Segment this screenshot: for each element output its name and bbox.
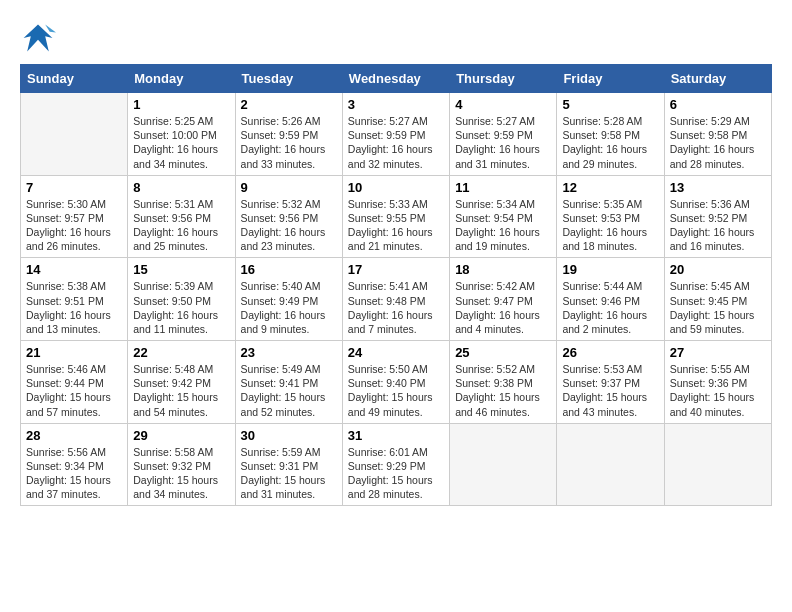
day-number: 13: [670, 180, 766, 195]
calendar-week-row: 14Sunrise: 5:38 AM Sunset: 9:51 PM Dayli…: [21, 258, 772, 341]
day-number: 31: [348, 428, 444, 443]
day-detail: Sunrise: 5:42 AM Sunset: 9:47 PM Dayligh…: [455, 279, 551, 336]
day-number: 17: [348, 262, 444, 277]
calendar-cell: 17Sunrise: 5:41 AM Sunset: 9:48 PM Dayli…: [342, 258, 449, 341]
day-number: 23: [241, 345, 337, 360]
day-detail: Sunrise: 5:44 AM Sunset: 9:46 PM Dayligh…: [562, 279, 658, 336]
day-detail: Sunrise: 5:27 AM Sunset: 9:59 PM Dayligh…: [455, 114, 551, 171]
calendar-cell: 16Sunrise: 5:40 AM Sunset: 9:49 PM Dayli…: [235, 258, 342, 341]
day-detail: Sunrise: 5:56 AM Sunset: 9:34 PM Dayligh…: [26, 445, 122, 502]
day-detail: Sunrise: 5:35 AM Sunset: 9:53 PM Dayligh…: [562, 197, 658, 254]
day-number: 15: [133, 262, 229, 277]
calendar-cell: 28Sunrise: 5:56 AM Sunset: 9:34 PM Dayli…: [21, 423, 128, 506]
day-detail: Sunrise: 5:36 AM Sunset: 9:52 PM Dayligh…: [670, 197, 766, 254]
calendar-cell: 24Sunrise: 5:50 AM Sunset: 9:40 PM Dayli…: [342, 341, 449, 424]
calendar-cell: 23Sunrise: 5:49 AM Sunset: 9:41 PM Dayli…: [235, 341, 342, 424]
day-detail: Sunrise: 5:26 AM Sunset: 9:59 PM Dayligh…: [241, 114, 337, 171]
logo-icon: [20, 20, 56, 56]
day-number: 20: [670, 262, 766, 277]
day-number: 3: [348, 97, 444, 112]
day-detail: Sunrise: 5:49 AM Sunset: 9:41 PM Dayligh…: [241, 362, 337, 419]
calendar-cell: 20Sunrise: 5:45 AM Sunset: 9:45 PM Dayli…: [664, 258, 771, 341]
day-number: 11: [455, 180, 551, 195]
day-detail: Sunrise: 5:38 AM Sunset: 9:51 PM Dayligh…: [26, 279, 122, 336]
page-header: [20, 20, 772, 56]
day-detail: Sunrise: 5:33 AM Sunset: 9:55 PM Dayligh…: [348, 197, 444, 254]
calendar-cell: 31Sunrise: 6:01 AM Sunset: 9:29 PM Dayli…: [342, 423, 449, 506]
calendar-cell: 12Sunrise: 5:35 AM Sunset: 9:53 PM Dayli…: [557, 175, 664, 258]
day-detail: Sunrise: 6:01 AM Sunset: 9:29 PM Dayligh…: [348, 445, 444, 502]
calendar-header-row: SundayMondayTuesdayWednesdayThursdayFrid…: [21, 65, 772, 93]
calendar-cell: 30Sunrise: 5:59 AM Sunset: 9:31 PM Dayli…: [235, 423, 342, 506]
calendar-cell: 3Sunrise: 5:27 AM Sunset: 9:59 PM Daylig…: [342, 93, 449, 176]
calendar-cell: 7Sunrise: 5:30 AM Sunset: 9:57 PM Daylig…: [21, 175, 128, 258]
day-detail: Sunrise: 5:27 AM Sunset: 9:59 PM Dayligh…: [348, 114, 444, 171]
day-number: 2: [241, 97, 337, 112]
calendar-cell: 11Sunrise: 5:34 AM Sunset: 9:54 PM Dayli…: [450, 175, 557, 258]
day-number: 22: [133, 345, 229, 360]
day-detail: Sunrise: 5:52 AM Sunset: 9:38 PM Dayligh…: [455, 362, 551, 419]
day-number: 26: [562, 345, 658, 360]
calendar-cell: 15Sunrise: 5:39 AM Sunset: 9:50 PM Dayli…: [128, 258, 235, 341]
weekday-header-wednesday: Wednesday: [342, 65, 449, 93]
calendar-cell: 25Sunrise: 5:52 AM Sunset: 9:38 PM Dayli…: [450, 341, 557, 424]
weekday-header-sunday: Sunday: [21, 65, 128, 93]
calendar-cell: 29Sunrise: 5:58 AM Sunset: 9:32 PM Dayli…: [128, 423, 235, 506]
day-detail: Sunrise: 5:58 AM Sunset: 9:32 PM Dayligh…: [133, 445, 229, 502]
day-detail: Sunrise: 5:32 AM Sunset: 9:56 PM Dayligh…: [241, 197, 337, 254]
day-detail: Sunrise: 5:31 AM Sunset: 9:56 PM Dayligh…: [133, 197, 229, 254]
day-detail: Sunrise: 5:55 AM Sunset: 9:36 PM Dayligh…: [670, 362, 766, 419]
calendar-cell: 10Sunrise: 5:33 AM Sunset: 9:55 PM Dayli…: [342, 175, 449, 258]
day-detail: Sunrise: 5:59 AM Sunset: 9:31 PM Dayligh…: [241, 445, 337, 502]
day-number: 10: [348, 180, 444, 195]
day-number: 5: [562, 97, 658, 112]
day-number: 25: [455, 345, 551, 360]
calendar-cell: 26Sunrise: 5:53 AM Sunset: 9:37 PM Dayli…: [557, 341, 664, 424]
day-number: 9: [241, 180, 337, 195]
weekday-header-monday: Monday: [128, 65, 235, 93]
calendar-cell: 9Sunrise: 5:32 AM Sunset: 9:56 PM Daylig…: [235, 175, 342, 258]
day-detail: Sunrise: 5:29 AM Sunset: 9:58 PM Dayligh…: [670, 114, 766, 171]
day-detail: Sunrise: 5:50 AM Sunset: 9:40 PM Dayligh…: [348, 362, 444, 419]
day-number: 16: [241, 262, 337, 277]
weekday-header-thursday: Thursday: [450, 65, 557, 93]
day-number: 29: [133, 428, 229, 443]
day-number: 18: [455, 262, 551, 277]
calendar-cell: 4Sunrise: 5:27 AM Sunset: 9:59 PM Daylig…: [450, 93, 557, 176]
calendar-cell: 14Sunrise: 5:38 AM Sunset: 9:51 PM Dayli…: [21, 258, 128, 341]
calendar-cell: 1Sunrise: 5:25 AM Sunset: 10:00 PM Dayli…: [128, 93, 235, 176]
day-detail: Sunrise: 5:45 AM Sunset: 9:45 PM Dayligh…: [670, 279, 766, 336]
day-detail: Sunrise: 5:48 AM Sunset: 9:42 PM Dayligh…: [133, 362, 229, 419]
logo: [20, 20, 60, 56]
day-number: 30: [241, 428, 337, 443]
day-number: 7: [26, 180, 122, 195]
day-number: 27: [670, 345, 766, 360]
day-detail: Sunrise: 5:28 AM Sunset: 9:58 PM Dayligh…: [562, 114, 658, 171]
day-number: 19: [562, 262, 658, 277]
calendar-cell: 13Sunrise: 5:36 AM Sunset: 9:52 PM Dayli…: [664, 175, 771, 258]
day-detail: Sunrise: 5:40 AM Sunset: 9:49 PM Dayligh…: [241, 279, 337, 336]
calendar-cell: 21Sunrise: 5:46 AM Sunset: 9:44 PM Dayli…: [21, 341, 128, 424]
day-number: 8: [133, 180, 229, 195]
calendar-cell: 8Sunrise: 5:31 AM Sunset: 9:56 PM Daylig…: [128, 175, 235, 258]
day-number: 6: [670, 97, 766, 112]
calendar-cell: [450, 423, 557, 506]
calendar-week-row: 7Sunrise: 5:30 AM Sunset: 9:57 PM Daylig…: [21, 175, 772, 258]
calendar-cell: 27Sunrise: 5:55 AM Sunset: 9:36 PM Dayli…: [664, 341, 771, 424]
calendar-week-row: 21Sunrise: 5:46 AM Sunset: 9:44 PM Dayli…: [21, 341, 772, 424]
day-number: 28: [26, 428, 122, 443]
day-detail: Sunrise: 5:41 AM Sunset: 9:48 PM Dayligh…: [348, 279, 444, 336]
weekday-header-saturday: Saturday: [664, 65, 771, 93]
day-number: 24: [348, 345, 444, 360]
calendar-cell: [557, 423, 664, 506]
day-detail: Sunrise: 5:25 AM Sunset: 10:00 PM Daylig…: [133, 114, 229, 171]
calendar-week-row: 1Sunrise: 5:25 AM Sunset: 10:00 PM Dayli…: [21, 93, 772, 176]
weekday-header-tuesday: Tuesday: [235, 65, 342, 93]
calendar-cell: 6Sunrise: 5:29 AM Sunset: 9:58 PM Daylig…: [664, 93, 771, 176]
day-detail: Sunrise: 5:30 AM Sunset: 9:57 PM Dayligh…: [26, 197, 122, 254]
day-detail: Sunrise: 5:34 AM Sunset: 9:54 PM Dayligh…: [455, 197, 551, 254]
day-number: 21: [26, 345, 122, 360]
calendar-table: SundayMondayTuesdayWednesdayThursdayFrid…: [20, 64, 772, 506]
day-number: 14: [26, 262, 122, 277]
calendar-cell: [21, 93, 128, 176]
